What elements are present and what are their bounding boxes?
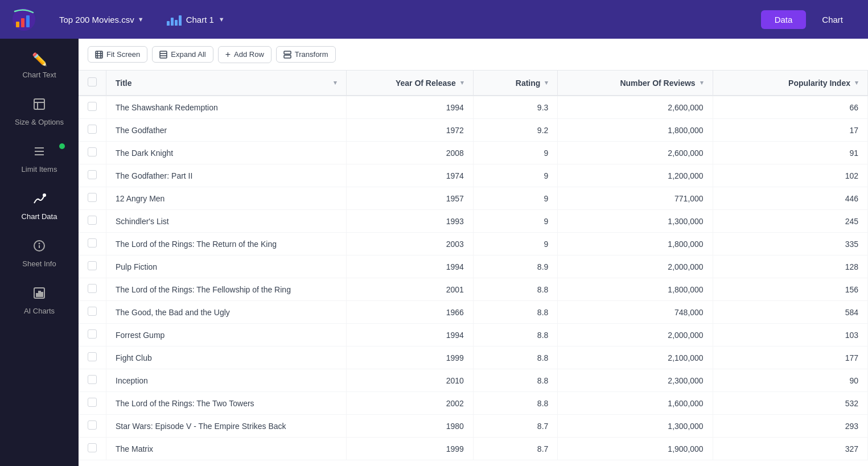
row-select[interactable] [79,415,106,438]
row-select[interactable] [79,210,106,233]
row-checkbox[interactable] [88,398,97,407]
row-select[interactable] [79,119,106,142]
chart-selector[interactable]: Chart 1 ▼ [161,10,231,29]
row-checkbox[interactable] [88,375,97,384]
row-title: The Lord of the Rings: The Return of the… [106,233,347,255]
col-year-sort-icon: ▾ [460,79,464,86]
col-reviews[interactable]: Number Of Reviews ▾ [558,71,713,96]
ai-charts-icon [32,286,46,303]
app-logo [11,7,36,32]
row-rating: 8.7 [473,438,558,460]
col-year[interactable]: Year Of Release ▾ [347,71,474,96]
row-checkbox[interactable] [88,170,97,179]
sidebar-item-limit-items[interactable]: Limit Items [0,135,79,183]
row-select[interactable] [79,347,106,369]
svg-rect-19 [284,55,291,58]
col-rating[interactable]: Rating ▾ [473,71,558,96]
row-checkbox[interactable] [88,261,97,270]
expand-all-label: Expand All [171,50,205,59]
row-select[interactable] [79,164,106,187]
row-select[interactable] [79,278,106,301]
row-rating: 8.8 [473,278,558,301]
row-reviews: 2,600,000 [558,142,713,164]
row-checkbox[interactable] [88,193,97,202]
expand-all-button[interactable]: Expand All [152,46,213,63]
row-checkbox[interactable] [88,102,97,111]
svg-rect-3 [26,15,30,27]
row-popularity: 177 [713,347,867,369]
add-row-button[interactable]: + Add Row [218,46,271,63]
row-select[interactable] [79,438,106,460]
svg-rect-17 [160,51,167,58]
row-year: 1994 [347,96,474,119]
sidebar-item-sheet-info[interactable]: Sheet Info [0,230,79,277]
row-select[interactable] [79,96,106,119]
row-popularity: 293 [713,415,867,438]
row-select[interactable] [79,255,106,278]
row-rating: 8.9 [473,255,558,278]
row-title: The Dark Knight [106,142,347,164]
row-reviews: 1,300,000 [558,210,713,233]
sidebar-item-size-options[interactable]: Size & Options [0,88,79,135]
table-container[interactable]: Title ▾ Year Of Release ▾ [79,71,868,466]
row-rating: 9 [473,233,558,255]
limit-items-icon [32,145,46,162]
transform-button[interactable]: Transform [276,46,336,63]
row-checkbox[interactable] [88,352,97,361]
fit-screen-button[interactable]: Fit Screen [88,46,147,63]
sidebar-label-chart-data: Chart Data [22,212,57,221]
row-select[interactable] [79,392,106,415]
row-checkbox[interactable] [88,238,97,248]
row-year: 1993 [347,210,474,233]
row-select[interactable] [79,301,106,324]
row-year: 2001 [347,278,474,301]
data-table: Title ▾ Year Of Release ▾ [79,71,868,460]
row-year: 1999 [347,438,474,460]
bar-chart-icon [167,13,182,26]
add-row-label: Add Row [234,50,264,59]
row-popularity: 66 [713,96,867,119]
chart-button[interactable]: Chart [808,10,857,29]
sidebar-item-chart-text[interactable]: ✏️ Chart Text [0,43,79,88]
sidebar-item-ai-charts[interactable]: AI Charts [0,277,79,324]
row-select[interactable] [79,369,106,392]
row-checkbox[interactable] [88,284,97,293]
transform-icon [283,51,291,59]
row-rating: 9.3 [473,96,558,119]
svg-rect-4 [34,99,44,109]
row-checkbox[interactable] [88,216,97,225]
row-checkbox[interactable] [88,329,97,339]
fit-screen-label: Fit Screen [106,50,140,59]
chart-text-icon: ✏️ [32,52,47,67]
transform-label: Transform [295,50,328,59]
row-checkbox[interactable] [88,147,97,156]
col-year-label: Year Of Release [396,79,456,88]
row-select[interactable] [79,142,106,164]
row-rating: 9.2 [473,119,558,142]
row-checkbox[interactable] [88,125,97,134]
row-select[interactable] [79,324,106,347]
file-selector[interactable]: Top 200 Movies.csv ▼ [54,11,150,28]
row-title: Inception [106,369,347,392]
row-rating: 8.8 [473,301,558,324]
row-select[interactable] [79,187,106,210]
row-checkbox[interactable] [88,307,97,316]
row-checkbox[interactable] [88,420,97,430]
table-row: The Godfather 1972 9.2 1,800,000 17 [79,119,868,142]
view-toggle: Data Chart [761,10,857,29]
col-popularity[interactable]: Popularity Index ▾ [713,71,867,96]
data-button[interactable]: Data [761,10,807,29]
table-row: Pulp Fiction 1994 8.9 2,000,000 128 [79,255,868,278]
select-all-checkbox[interactable] [88,77,97,86]
sidebar-item-chart-data[interactable]: Chart Data [0,183,79,230]
row-rating: 8.8 [473,324,558,347]
row-title: 12 Angry Men [106,187,347,210]
row-select[interactable] [79,233,106,255]
row-rating: 9 [473,142,558,164]
row-rating: 9 [473,210,558,233]
row-year: 1972 [347,119,474,142]
col-rating-sort-icon: ▾ [545,79,548,86]
col-select[interactable] [79,71,106,96]
col-title[interactable]: Title ▾ [106,71,347,96]
row-checkbox[interactable] [88,443,97,452]
